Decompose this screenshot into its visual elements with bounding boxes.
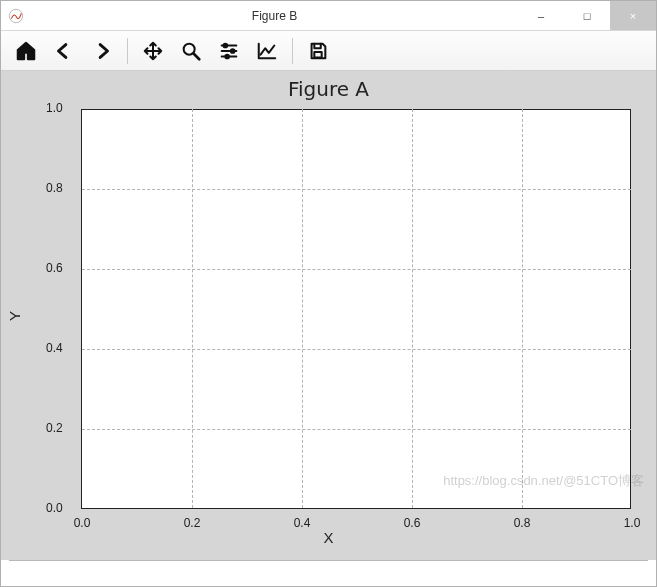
home-button[interactable]	[7, 34, 45, 68]
edit-axes-button[interactable]	[248, 34, 286, 68]
x-tick-label: 0.0	[74, 516, 91, 530]
grid-line	[82, 349, 631, 350]
y-tick-label: 0.0	[46, 501, 63, 515]
configure-button[interactable]	[210, 34, 248, 68]
pan-icon	[142, 40, 164, 62]
y-tick-label: 0.6	[46, 261, 63, 275]
x-tick-label: 0.4	[294, 516, 311, 530]
y-tick-label: 1.0	[46, 101, 63, 115]
y-tick-label: 0.4	[46, 341, 63, 355]
grid-line	[192, 109, 193, 508]
svg-rect-5	[314, 51, 321, 56]
grid-line	[302, 109, 303, 508]
window-controls: – □ ×	[518, 1, 656, 30]
y-tick-label: 0.8	[46, 181, 63, 195]
x-tick-label: 0.2	[184, 516, 201, 530]
forward-icon	[91, 40, 113, 62]
plot-axes: 0.00.20.40.60.81.00.00.20.40.60.81.0	[81, 109, 631, 509]
zoom-button[interactable]	[172, 34, 210, 68]
minimize-button[interactable]: –	[518, 1, 564, 30]
toolbar-separator	[127, 38, 128, 64]
home-icon	[15, 40, 37, 62]
x-axis-label: X	[1, 529, 656, 546]
close-button[interactable]: ×	[610, 1, 656, 30]
grid-line	[82, 269, 631, 270]
x-tick-label: 0.8	[514, 516, 531, 530]
edit-axes-icon	[256, 40, 278, 62]
status-bar	[9, 560, 648, 578]
window-title: Figure B	[31, 9, 518, 23]
y-tick-label: 0.2	[46, 421, 63, 435]
pan-button[interactable]	[134, 34, 172, 68]
x-tick-label: 0.6	[404, 516, 421, 530]
grid-line	[412, 109, 413, 508]
back-button[interactable]	[45, 34, 83, 68]
grid-line	[82, 189, 631, 190]
save-icon	[307, 40, 329, 62]
svg-point-2	[224, 43, 228, 47]
save-button[interactable]	[299, 34, 337, 68]
app-icon	[7, 7, 25, 25]
x-tick-label: 1.0	[624, 516, 641, 530]
svg-point-4	[225, 54, 229, 58]
grid-line	[522, 109, 523, 508]
plot-title: Figure A	[1, 77, 656, 101]
back-icon	[53, 40, 75, 62]
window-titlebar: Figure B – □ ×	[1, 1, 656, 31]
svg-point-3	[231, 49, 235, 53]
toolbar-separator	[292, 38, 293, 64]
forward-button[interactable]	[83, 34, 121, 68]
figure-canvas[interactable]: Figure A Y 0.00.20.40.60.81.00.00.20.40.…	[1, 71, 656, 560]
zoom-icon	[180, 40, 202, 62]
y-axis-label: Y	[6, 310, 23, 320]
toolbar	[1, 31, 656, 71]
grid-line	[82, 429, 631, 430]
configure-icon	[218, 40, 240, 62]
maximize-button[interactable]: □	[564, 1, 610, 30]
